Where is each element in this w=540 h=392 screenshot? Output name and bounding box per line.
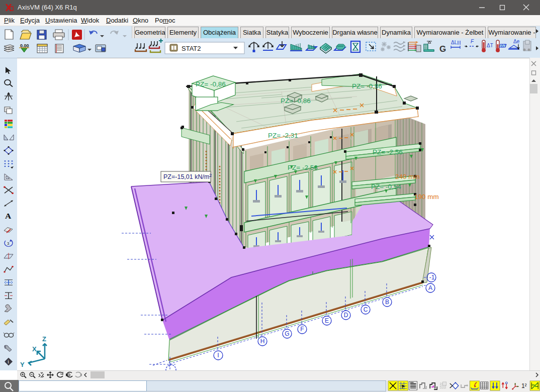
svg-text:PZ= -2,56: PZ= -2,56 [288, 164, 318, 171]
svg-text:E: E [325, 317, 329, 324]
svg-text:Y: Y [20, 361, 25, 368]
svg-text:PZ= -2,56: PZ= -2,56 [373, 148, 403, 156]
svg-text:PZ= -0,86: PZ= -0,86 [281, 97, 311, 105]
svg-text:Δe: Δe [513, 39, 520, 44]
svg-text:ΔT: ΔT [501, 43, 507, 48]
svg-text:F: F [300, 326, 304, 333]
svg-text:PZ= -0,86: PZ= -0,86 [196, 80, 226, 88]
svg-text:ΔL: ΔL [451, 40, 458, 45]
svg-text:C: C [364, 306, 368, 313]
svg-text:240 mm: 240 mm [395, 173, 420, 180]
svg-text:G: G [439, 44, 446, 54]
svg-text:PZ= -2,31: PZ= -2,31 [268, 132, 298, 139]
svg-text:B: B [385, 299, 389, 306]
svg-text:F: F [471, 39, 474, 44]
svg-text:X: X [32, 345, 37, 353]
svg-text:3: 3 [7, 241, 9, 245]
svg-text:1²: 1² [521, 382, 527, 389]
svg-text:PZ= -0,86: PZ= -0,86 [352, 82, 382, 90]
svg-text:-1: -1 [429, 274, 435, 281]
svg-text:D: D [344, 312, 348, 319]
svg-text:PZ=-15,01 kN/m2: PZ=-15,01 kN/m2 [163, 173, 212, 180]
svg-text:190 mm: 190 mm [414, 193, 439, 201]
svg-text:STAT2: STAT2 [182, 45, 201, 52]
svg-text:i: i [8, 359, 9, 364]
svg-text:ΔT: ΔT [487, 43, 493, 48]
svg-text:G: G [285, 330, 289, 337]
svg-text:H: H [260, 338, 265, 345]
svg-text:PZ= -0,54: PZ= -0,54 [371, 183, 401, 190]
svg-text:A: A [428, 284, 432, 291]
svg-text:Z: Z [42, 335, 46, 343]
svg-text:A: A [5, 212, 12, 220]
svg-text:I: I [217, 352, 219, 359]
